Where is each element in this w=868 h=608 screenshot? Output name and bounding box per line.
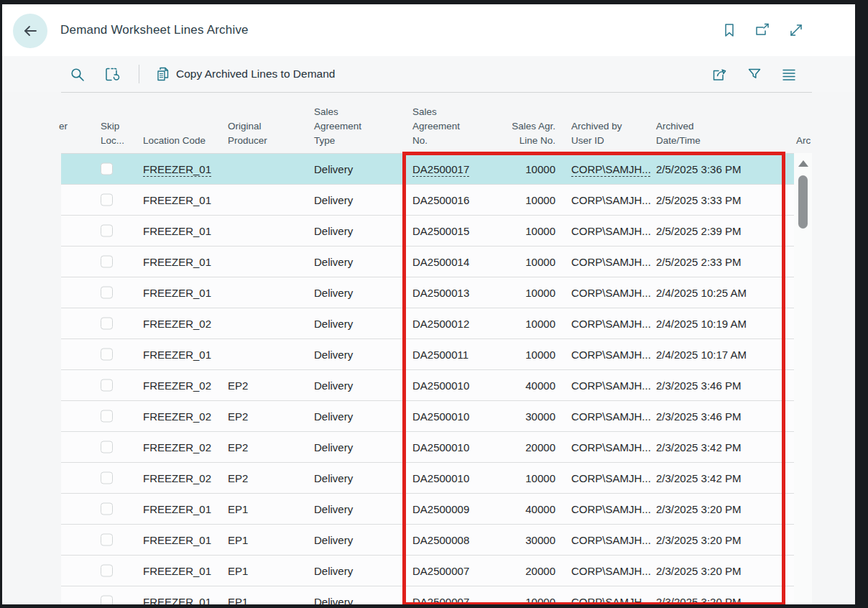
column-header-partial-right[interactable]: Arc	[796, 134, 811, 148]
cell-location-code[interactable]: FREEZER_01	[143, 494, 236, 524]
table-row[interactable]: FREEZER_02 Delivery DA2500012 10000 CORP…	[61, 308, 794, 339]
copy-archived-lines-button[interactable]: Copy Archived Lines to Demand	[157, 67, 335, 81]
table-row[interactable]: FREEZER_01 Delivery DA2500013 10000 CORP…	[61, 277, 794, 308]
cell-original-producer[interactable]	[228, 277, 300, 308]
skip-location-checkbox[interactable]	[101, 225, 113, 237]
cell-archived-date-time[interactable]: 2/4/2025 10:17 AM	[656, 339, 785, 369]
cell-location-code[interactable]: FREEZER_02	[143, 401, 236, 431]
cell-sales-agreement-type[interactable]: Delivery	[314, 463, 386, 493]
cell-location-code[interactable]: FREEZER_01	[143, 185, 236, 215]
cell-sales-agreement-type[interactable]: Delivery	[314, 154, 386, 184]
cell-archived-by-user-id[interactable]: CORP\SAMJH...	[571, 401, 652, 431]
skip-location-checkbox[interactable]	[101, 256, 113, 268]
cell-sales-agr-line-no[interactable]: 10000	[491, 463, 555, 493]
scrollbar-up-arrow-icon[interactable]	[798, 160, 808, 167]
cell-sales-agreement-type[interactable]: Delivery	[314, 525, 386, 555]
cell-sales-agreement-type[interactable]: Delivery	[314, 308, 386, 338]
cell-archived-by-user-id[interactable]: CORP\SAMJH...	[571, 339, 652, 369]
cell-original-producer[interactable]: EP2	[228, 432, 300, 462]
column-header-sales-agr-line-no[interactable]: Sales Agr. Line No.	[484, 119, 555, 148]
cell-original-producer[interactable]	[228, 185, 300, 215]
cell-archived-date-time[interactable]: 2/3/2025 3:46 PM	[656, 370, 785, 400]
column-header-sales-agreement-type[interactable]: Sales Agreement Type	[314, 105, 361, 148]
table-row[interactable]: FREEZER_02 EP2 Delivery DA2500010 20000 …	[61, 432, 794, 463]
cell-archived-date-time[interactable]: 2/5/2025 2:33 PM	[656, 247, 785, 277]
cell-archived-date-time[interactable]: 2/3/2025 3:42 PM	[656, 432, 785, 462]
cell-original-producer[interactable]: EP1	[228, 494, 300, 524]
column-header-partial-left[interactable]: er	[59, 119, 68, 134]
cell-sales-agreement-type[interactable]: Delivery	[314, 247, 386, 277]
scrollbar-thumb[interactable]	[798, 175, 808, 229]
cell-sales-agr-line-no[interactable]: 10000	[491, 247, 555, 277]
skip-location-checkbox[interactable]	[101, 410, 113, 423]
cell-archived-by-user-id[interactable]: CORP\SAMJH...	[571, 370, 652, 400]
analyze-button[interactable]	[103, 65, 121, 83]
skip-location-checkbox[interactable]	[101, 287, 113, 299]
skip-location-checkbox[interactable]	[101, 503, 113, 515]
cell-sales-agr-line-no[interactable]: 20000	[491, 556, 555, 586]
cell-sales-agr-line-no[interactable]: 10000	[491, 277, 555, 308]
cell-original-producer[interactable]: EP2	[228, 370, 300, 400]
cell-archived-date-time[interactable]: 2/5/2025 3:36 PM	[656, 154, 785, 184]
cell-archived-date-time[interactable]: 2/4/2025 10:25 AM	[656, 277, 785, 308]
cell-original-producer[interactable]	[228, 154, 300, 184]
skip-location-checkbox[interactable]	[101, 318, 113, 330]
list-options-button[interactable]	[780, 66, 798, 82]
skip-location-checkbox[interactable]	[101, 194, 113, 206]
cell-original-producer[interactable]	[228, 216, 300, 246]
cell-original-producer[interactable]: EP1	[228, 525, 300, 555]
search-button[interactable]	[68, 65, 86, 83]
cell-sales-agreement-type[interactable]: Delivery	[314, 277, 386, 308]
share-button[interactable]	[710, 65, 729, 83]
cell-sales-agreement-type[interactable]: Delivery	[314, 216, 386, 246]
vertical-scrollbar[interactable]	[794, 153, 812, 604]
cell-archived-by-user-id[interactable]: CORP\SAMJH...	[571, 247, 652, 277]
cell-original-producer[interactable]	[228, 339, 300, 369]
table-row[interactable]: FREEZER_01 Delivery DA2500017 10000 CORP…	[61, 154, 794, 185]
cell-sales-agreement-type[interactable]: Delivery	[314, 494, 386, 524]
skip-location-checkbox[interactable]	[101, 565, 113, 577]
cell-sales-agreement-type[interactable]: Delivery	[314, 370, 386, 400]
cell-archived-by-user-id[interactable]: CORP\SAMJH...	[571, 185, 652, 215]
column-header-archived-date-time[interactable]: Archived Date/Time	[656, 119, 701, 148]
cell-archived-date-time[interactable]: 2/4/2025 10:19 AM	[656, 308, 785, 338]
column-header-location-code[interactable]: Location Code	[143, 134, 206, 148]
cell-sales-agr-line-no[interactable]: 10000	[491, 154, 555, 184]
cell-location-code[interactable]: FREEZER_01	[143, 525, 236, 555]
cell-location-code[interactable]: FREEZER_02	[143, 463, 236, 493]
table-row[interactable]: FREEZER_01 Delivery DA2500016 10000 CORP…	[61, 185, 794, 216]
column-header-archived-by-user-id[interactable]: Archived by User ID	[571, 119, 622, 148]
cell-archived-by-user-id[interactable]: CORP\SAMJH...	[571, 216, 652, 246]
expand-button[interactable]	[788, 22, 805, 39]
cell-location-code[interactable]: FREEZER_02	[143, 432, 236, 462]
cell-location-code[interactable]: FREEZER_02	[143, 308, 236, 338]
cell-archived-date-time[interactable]: 2/5/2025 3:33 PM	[656, 185, 785, 215]
cell-location-code[interactable]: FREEZER_01	[143, 216, 236, 246]
skip-location-checkbox[interactable]	[101, 534, 113, 546]
table-row[interactable]: FREEZER_02 EP2 Delivery DA2500010 30000 …	[61, 401, 794, 432]
cell-location-code[interactable]: FREEZER_01	[143, 247, 236, 277]
cell-sales-agr-line-no[interactable]: 10000	[491, 308, 555, 338]
cell-archived-by-user-id[interactable]: CORP\SAMJH...	[571, 463, 652, 493]
cell-sales-agr-line-no[interactable]: 40000	[491, 494, 555, 524]
table-row[interactable]: FREEZER_01 Delivery DA2500014 10000 CORP…	[61, 247, 794, 277]
cell-original-producer[interactable]: EP1	[228, 556, 300, 586]
cell-sales-agr-line-no[interactable]: 30000	[491, 525, 555, 555]
cell-archived-date-time[interactable]: 2/3/2025 3:20 PM	[656, 525, 785, 555]
cell-sales-agr-line-no[interactable]: 10000	[491, 216, 555, 246]
filter-button[interactable]	[746, 65, 763, 83]
skip-location-checkbox[interactable]	[101, 472, 113, 484]
cell-location-code[interactable]: FREEZER_01	[143, 154, 236, 184]
open-in-new-window-button[interactable]	[753, 22, 772, 39]
skip-location-checkbox[interactable]	[101, 441, 113, 453]
cell-location-code[interactable]: FREEZER_02	[143, 370, 236, 400]
cell-location-code[interactable]: FREEZER_01	[143, 556, 236, 586]
cell-archived-by-user-id[interactable]: CORP\SAMJH...	[571, 432, 652, 462]
skip-location-checkbox[interactable]	[101, 379, 113, 392]
cell-sales-agr-line-no[interactable]: 10000	[491, 185, 555, 215]
cell-sales-agreement-type[interactable]: Delivery	[314, 401, 386, 431]
cell-archived-date-time[interactable]: 2/3/2025 3:42 PM	[656, 463, 785, 493]
table-row[interactable]: FREEZER_01 Delivery DA2500015 10000 CORP…	[61, 216, 794, 247]
cell-archived-by-user-id[interactable]: CORP\SAMJH...	[571, 556, 652, 586]
table-row[interactable]: FREEZER_01 Delivery DA2500011 10000 CORP…	[61, 339, 794, 370]
